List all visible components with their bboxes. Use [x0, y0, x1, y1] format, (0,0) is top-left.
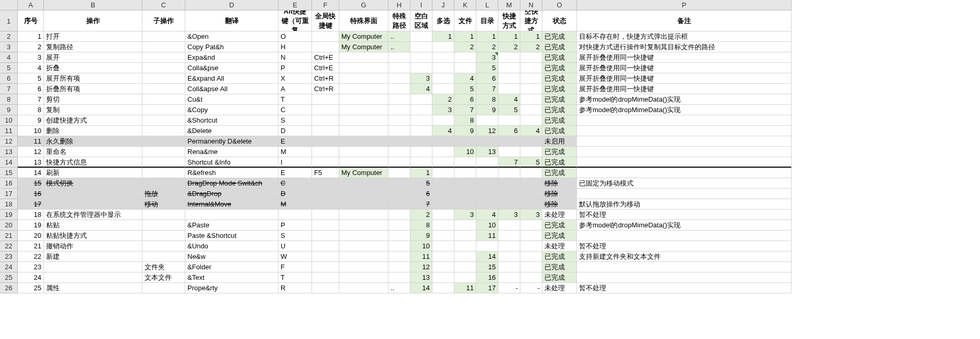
- row-header-10[interactable]: 10: [0, 115, 18, 126]
- cell-E10[interactable]: S: [279, 115, 312, 126]
- cell-M15[interactable]: [498, 168, 520, 178]
- cell-H26[interactable]: ..: [388, 283, 410, 293]
- cell-O25[interactable]: 已完成: [542, 272, 577, 283]
- cell-I4[interactable]: [410, 52, 432, 63]
- cell-E18[interactable]: M: [279, 199, 312, 210]
- cell-O18[interactable]: 移除: [542, 199, 577, 210]
- cell-N2[interactable]: 1: [520, 31, 542, 42]
- cell-E3[interactable]: H: [279, 42, 312, 52]
- cell-E4[interactable]: N: [279, 52, 312, 63]
- cell-K12[interactable]: [454, 136, 476, 147]
- cell-M17[interactable]: [498, 189, 520, 199]
- cell-F20[interactable]: [312, 220, 339, 231]
- row-header-1[interactable]: 1: [0, 10, 18, 31]
- cell-O17[interactable]: 移除: [542, 189, 577, 199]
- col-header-E[interactable]: E: [279, 0, 312, 10]
- cell-P7[interactable]: 展开折叠使用同一快捷键: [577, 84, 792, 94]
- cell-I23[interactable]: 11: [410, 251, 432, 262]
- col-header-A[interactable]: A: [18, 0, 44, 10]
- cell-M20[interactable]: [498, 220, 520, 231]
- col-header-H[interactable]: H: [388, 0, 410, 10]
- cell-C6[interactable]: [142, 73, 185, 84]
- cell-L20[interactable]: 10: [476, 220, 498, 231]
- cell-C19[interactable]: [142, 210, 185, 220]
- cell-A12[interactable]: 11: [18, 136, 44, 147]
- cell-G4[interactable]: [339, 52, 388, 63]
- cell-G3[interactable]: My Computer: [339, 42, 388, 52]
- cell-D6[interactable]: E&xpand All: [185, 73, 279, 84]
- cell-H22[interactable]: [388, 241, 410, 251]
- cell-H21[interactable]: [388, 231, 410, 241]
- cell-M23[interactable]: [498, 251, 520, 262]
- cell-N15[interactable]: [520, 168, 542, 178]
- cell-D20[interactable]: &Paste: [185, 220, 279, 231]
- cell-O13[interactable]: 已完成: [542, 147, 577, 157]
- row-header-17[interactable]: 17: [0, 189, 18, 199]
- cell-G6[interactable]: [339, 73, 388, 84]
- cell-P17[interactable]: [577, 189, 792, 199]
- header-cell[interactable]: 文件: [454, 10, 476, 31]
- cell-G16[interactable]: [339, 178, 388, 189]
- cell-E20[interactable]: P: [279, 220, 312, 231]
- cell-G2[interactable]: My Computer: [339, 31, 388, 42]
- row-header-26[interactable]: 26: [0, 283, 18, 293]
- cell-E2[interactable]: O: [279, 31, 312, 42]
- header-cell[interactable]: 目录: [476, 10, 498, 31]
- cell-K7[interactable]: 5: [454, 84, 476, 94]
- cell-C20[interactable]: [142, 220, 185, 231]
- cell-I7[interactable]: 4: [410, 84, 432, 94]
- cell-H16[interactable]: [388, 178, 410, 189]
- cell-D24[interactable]: &Folder: [185, 262, 279, 272]
- cell-O26[interactable]: 未处理: [542, 283, 577, 293]
- cell-N12[interactable]: [520, 136, 542, 147]
- cell-D14[interactable]: Shortcut &Info: [185, 157, 279, 168]
- header-cell[interactable]: 序号: [18, 10, 44, 31]
- cell-H15[interactable]: [388, 168, 410, 178]
- col-header-I[interactable]: I: [410, 0, 432, 10]
- row-header-22[interactable]: 22: [0, 241, 18, 251]
- cell-G11[interactable]: [339, 126, 388, 136]
- cell-M8[interactable]: 4: [498, 94, 520, 105]
- cell-P24[interactable]: [577, 262, 792, 272]
- cell-H19[interactable]: [388, 210, 410, 220]
- cell-F12[interactable]: [312, 136, 339, 147]
- cell-K3[interactable]: 2: [454, 42, 476, 52]
- cell-L10[interactable]: [476, 115, 498, 126]
- cell-N3[interactable]: 2: [520, 42, 542, 52]
- cell-C11[interactable]: [142, 126, 185, 136]
- cell-I9[interactable]: [410, 105, 432, 115]
- header-cell[interactable]: 全局快捷键: [312, 10, 339, 31]
- cell-H12[interactable]: [388, 136, 410, 147]
- cell-G18[interactable]: [339, 199, 388, 210]
- cell-M6[interactable]: [498, 73, 520, 84]
- cell-J21[interactable]: [432, 231, 454, 241]
- cell-P3[interactable]: 对快捷方式进行操作时复制其目标文件的路径: [577, 42, 792, 52]
- cell-I22[interactable]: 10: [410, 241, 432, 251]
- cell-A7[interactable]: 6: [18, 84, 44, 94]
- cell-N7[interactable]: [520, 84, 542, 94]
- cell-A16[interactable]: 15: [18, 178, 44, 189]
- row-header-13[interactable]: 13: [0, 147, 18, 157]
- cell-P16[interactable]: 已固定为移动模式: [577, 178, 792, 189]
- cell-L5[interactable]: 5: [476, 63, 498, 73]
- cell-N19[interactable]: 3: [520, 210, 542, 220]
- cell-K24[interactable]: [454, 262, 476, 272]
- cell-L25[interactable]: 16: [476, 272, 498, 283]
- cell-F23[interactable]: [312, 251, 339, 262]
- cell-P15[interactable]: [577, 168, 792, 178]
- cell-E12[interactable]: E: [279, 136, 312, 147]
- cell-K13[interactable]: 10: [454, 147, 476, 157]
- col-header-P[interactable]: P: [577, 0, 792, 10]
- cell-N8[interactable]: [520, 94, 542, 105]
- cell-I21[interactable]: 9: [410, 231, 432, 241]
- cell-L14[interactable]: [476, 157, 498, 168]
- cell-I16[interactable]: 5: [410, 178, 432, 189]
- cell-A20[interactable]: 19: [18, 220, 44, 231]
- header-cell[interactable]: Alt快捷键（可重复: [279, 10, 312, 31]
- cell-O14[interactable]: 已完成: [542, 157, 577, 168]
- cell-A8[interactable]: 7: [18, 94, 44, 105]
- row-header-18[interactable]: 18: [0, 199, 18, 210]
- col-header-L[interactable]: L: [476, 0, 498, 10]
- cell-D9[interactable]: &Copy: [185, 105, 279, 115]
- cell-G23[interactable]: [339, 251, 388, 262]
